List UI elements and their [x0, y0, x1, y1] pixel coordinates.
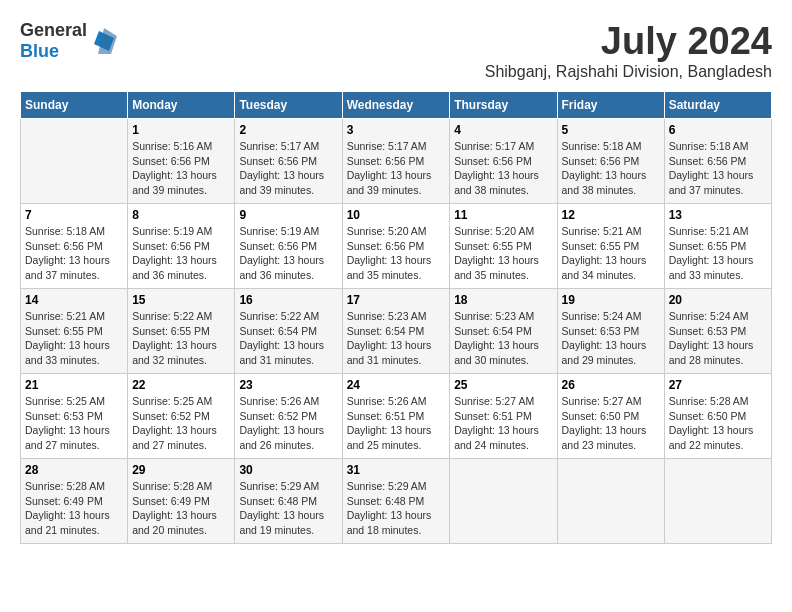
calendar-cell: 3Sunrise: 5:17 AMSunset: 6:56 PMDaylight… [342, 119, 450, 204]
header-cell-saturday: Saturday [664, 92, 771, 119]
calendar-cell: 17Sunrise: 5:23 AMSunset: 6:54 PMDayligh… [342, 289, 450, 374]
day-info: Sunrise: 5:21 AMSunset: 6:55 PMDaylight:… [562, 224, 660, 283]
day-info: Sunrise: 5:19 AMSunset: 6:56 PMDaylight:… [239, 224, 337, 283]
day-number: 29 [132, 463, 230, 477]
calendar-cell: 5Sunrise: 5:18 AMSunset: 6:56 PMDaylight… [557, 119, 664, 204]
day-info: Sunrise: 5:18 AMSunset: 6:56 PMDaylight:… [669, 139, 767, 198]
day-number: 28 [25, 463, 123, 477]
day-number: 22 [132, 378, 230, 392]
calendar-cell: 16Sunrise: 5:22 AMSunset: 6:54 PMDayligh… [235, 289, 342, 374]
day-number: 4 [454, 123, 552, 137]
calendar-cell: 25Sunrise: 5:27 AMSunset: 6:51 PMDayligh… [450, 374, 557, 459]
header-cell-tuesday: Tuesday [235, 92, 342, 119]
calendar-cell: 4Sunrise: 5:17 AMSunset: 6:56 PMDaylight… [450, 119, 557, 204]
day-number: 15 [132, 293, 230, 307]
calendar-cell: 27Sunrise: 5:28 AMSunset: 6:50 PMDayligh… [664, 374, 771, 459]
day-number: 24 [347, 378, 446, 392]
calendar-cell: 22Sunrise: 5:25 AMSunset: 6:52 PMDayligh… [128, 374, 235, 459]
calendar-cell: 2Sunrise: 5:17 AMSunset: 6:56 PMDaylight… [235, 119, 342, 204]
calendar-table: SundayMondayTuesdayWednesdayThursdayFrid… [20, 91, 772, 544]
day-info: Sunrise: 5:27 AMSunset: 6:50 PMDaylight:… [562, 394, 660, 453]
day-info: Sunrise: 5:17 AMSunset: 6:56 PMDaylight:… [239, 139, 337, 198]
main-title: July 2024 [485, 20, 772, 63]
day-info: Sunrise: 5:25 AMSunset: 6:52 PMDaylight:… [132, 394, 230, 453]
calendar-cell: 15Sunrise: 5:22 AMSunset: 6:55 PMDayligh… [128, 289, 235, 374]
calendar-cell: 9Sunrise: 5:19 AMSunset: 6:56 PMDaylight… [235, 204, 342, 289]
calendar-cell: 1Sunrise: 5:16 AMSunset: 6:56 PMDaylight… [128, 119, 235, 204]
day-number: 6 [669, 123, 767, 137]
calendar-cell: 24Sunrise: 5:26 AMSunset: 6:51 PMDayligh… [342, 374, 450, 459]
day-info: Sunrise: 5:20 AMSunset: 6:55 PMDaylight:… [454, 224, 552, 283]
day-number: 30 [239, 463, 337, 477]
day-info: Sunrise: 5:26 AMSunset: 6:51 PMDaylight:… [347, 394, 446, 453]
calendar-cell: 18Sunrise: 5:23 AMSunset: 6:54 PMDayligh… [450, 289, 557, 374]
day-info: Sunrise: 5:23 AMSunset: 6:54 PMDaylight:… [347, 309, 446, 368]
day-number: 18 [454, 293, 552, 307]
day-info: Sunrise: 5:16 AMSunset: 6:56 PMDaylight:… [132, 139, 230, 198]
header-row: SundayMondayTuesdayWednesdayThursdayFrid… [21, 92, 772, 119]
day-info: Sunrise: 5:28 AMSunset: 6:49 PMDaylight:… [25, 479, 123, 538]
calendar-cell [450, 459, 557, 544]
title-area: July 2024 Shibganj, Rajshahi Division, B… [485, 20, 772, 81]
day-info: Sunrise: 5:17 AMSunset: 6:56 PMDaylight:… [347, 139, 446, 198]
day-info: Sunrise: 5:17 AMSunset: 6:56 PMDaylight:… [454, 139, 552, 198]
day-info: Sunrise: 5:21 AMSunset: 6:55 PMDaylight:… [669, 224, 767, 283]
header-cell-monday: Monday [128, 92, 235, 119]
calendar-cell: 13Sunrise: 5:21 AMSunset: 6:55 PMDayligh… [664, 204, 771, 289]
calendar-cell: 23Sunrise: 5:26 AMSunset: 6:52 PMDayligh… [235, 374, 342, 459]
header: General Blue July 2024 Shibganj, Rajshah… [20, 20, 772, 81]
day-info: Sunrise: 5:24 AMSunset: 6:53 PMDaylight:… [562, 309, 660, 368]
day-number: 13 [669, 208, 767, 222]
calendar-cell: 11Sunrise: 5:20 AMSunset: 6:55 PMDayligh… [450, 204, 557, 289]
week-row-5: 28Sunrise: 5:28 AMSunset: 6:49 PMDayligh… [21, 459, 772, 544]
calendar-cell: 28Sunrise: 5:28 AMSunset: 6:49 PMDayligh… [21, 459, 128, 544]
day-number: 9 [239, 208, 337, 222]
day-number: 7 [25, 208, 123, 222]
day-info: Sunrise: 5:26 AMSunset: 6:52 PMDaylight:… [239, 394, 337, 453]
calendar-cell: 29Sunrise: 5:28 AMSunset: 6:49 PMDayligh… [128, 459, 235, 544]
calendar-cell: 7Sunrise: 5:18 AMSunset: 6:56 PMDaylight… [21, 204, 128, 289]
logo-blue: Blue [20, 41, 59, 61]
day-number: 3 [347, 123, 446, 137]
calendar-cell: 20Sunrise: 5:24 AMSunset: 6:53 PMDayligh… [664, 289, 771, 374]
day-info: Sunrise: 5:21 AMSunset: 6:55 PMDaylight:… [25, 309, 123, 368]
day-number: 1 [132, 123, 230, 137]
day-info: Sunrise: 5:25 AMSunset: 6:53 PMDaylight:… [25, 394, 123, 453]
day-info: Sunrise: 5:22 AMSunset: 6:55 PMDaylight:… [132, 309, 230, 368]
day-number: 20 [669, 293, 767, 307]
day-number: 17 [347, 293, 446, 307]
header-cell-wednesday: Wednesday [342, 92, 450, 119]
header-cell-friday: Friday [557, 92, 664, 119]
week-row-2: 7Sunrise: 5:18 AMSunset: 6:56 PMDaylight… [21, 204, 772, 289]
day-info: Sunrise: 5:29 AMSunset: 6:48 PMDaylight:… [347, 479, 446, 538]
calendar-cell: 8Sunrise: 5:19 AMSunset: 6:56 PMDaylight… [128, 204, 235, 289]
day-info: Sunrise: 5:23 AMSunset: 6:54 PMDaylight:… [454, 309, 552, 368]
day-info: Sunrise: 5:29 AMSunset: 6:48 PMDaylight:… [239, 479, 337, 538]
day-number: 25 [454, 378, 552, 392]
day-number: 12 [562, 208, 660, 222]
day-info: Sunrise: 5:22 AMSunset: 6:54 PMDaylight:… [239, 309, 337, 368]
subtitle: Shibganj, Rajshahi Division, Bangladesh [485, 63, 772, 81]
day-number: 21 [25, 378, 123, 392]
day-number: 16 [239, 293, 337, 307]
day-number: 27 [669, 378, 767, 392]
day-number: 14 [25, 293, 123, 307]
calendar-cell: 12Sunrise: 5:21 AMSunset: 6:55 PMDayligh… [557, 204, 664, 289]
day-number: 23 [239, 378, 337, 392]
calendar-cell: 21Sunrise: 5:25 AMSunset: 6:53 PMDayligh… [21, 374, 128, 459]
calendar-cell: 10Sunrise: 5:20 AMSunset: 6:56 PMDayligh… [342, 204, 450, 289]
logo: General Blue [20, 20, 119, 62]
day-number: 8 [132, 208, 230, 222]
day-number: 10 [347, 208, 446, 222]
week-row-1: 1Sunrise: 5:16 AMSunset: 6:56 PMDaylight… [21, 119, 772, 204]
calendar-cell [557, 459, 664, 544]
day-info: Sunrise: 5:19 AMSunset: 6:56 PMDaylight:… [132, 224, 230, 283]
day-info: Sunrise: 5:18 AMSunset: 6:56 PMDaylight:… [25, 224, 123, 283]
day-info: Sunrise: 5:28 AMSunset: 6:49 PMDaylight:… [132, 479, 230, 538]
calendar-cell: 31Sunrise: 5:29 AMSunset: 6:48 PMDayligh… [342, 459, 450, 544]
day-info: Sunrise: 5:27 AMSunset: 6:51 PMDaylight:… [454, 394, 552, 453]
day-number: 31 [347, 463, 446, 477]
calendar-header: SundayMondayTuesdayWednesdayThursdayFrid… [21, 92, 772, 119]
day-info: Sunrise: 5:20 AMSunset: 6:56 PMDaylight:… [347, 224, 446, 283]
day-number: 26 [562, 378, 660, 392]
